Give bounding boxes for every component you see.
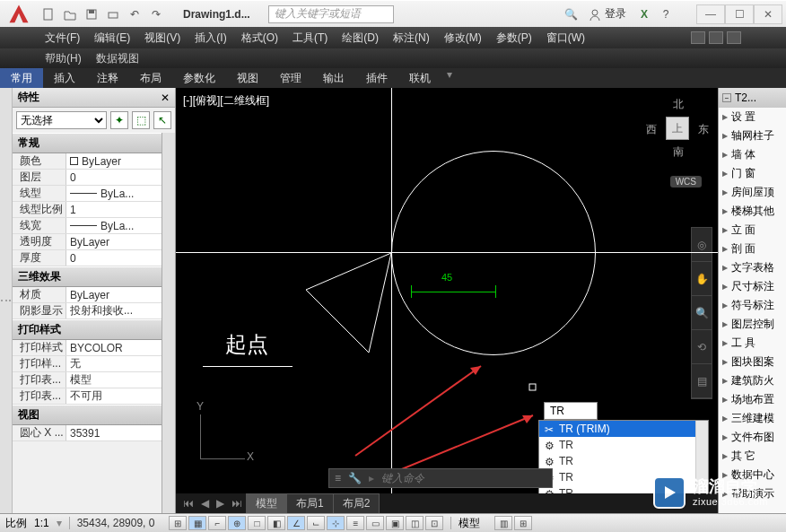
ribbon-expand-icon[interactable]: ▾: [447, 68, 452, 88]
ortho-toggle[interactable]: ⌐: [208, 516, 226, 530]
cmd-history-icon[interactable]: ≡: [335, 472, 341, 484]
tab-common[interactable]: 常用: [0, 68, 43, 88]
property-value[interactable]: ByLayer: [66, 153, 162, 169]
property-row[interactable]: 图层0: [13, 170, 162, 186]
doc-minimize-button[interactable]: [691, 31, 705, 44]
tree-item[interactable]: ▶其 它: [719, 447, 786, 466]
property-row[interactable]: 打印表...模型: [13, 372, 162, 388]
tree-item[interactable]: ▶场地布置: [719, 390, 786, 409]
menu-help[interactable]: 帮助(H): [45, 51, 82, 66]
menu-insert[interactable]: 插入(I): [195, 31, 226, 46]
tab-first-icon[interactable]: ⏮: [179, 495, 197, 511]
autocomplete-item[interactable]: ⚙TR: [539, 437, 708, 453]
property-value[interactable]: 不可用: [66, 388, 162, 404]
doc-restore-button[interactable]: [709, 31, 723, 44]
menu-format[interactable]: 格式(O): [241, 31, 278, 46]
scale-value[interactable]: 1:1: [34, 517, 49, 529]
close-button[interactable]: ✕: [754, 4, 782, 24]
property-value[interactable]: ByLa...: [66, 218, 162, 233]
tree-item[interactable]: ▶工 具: [719, 334, 786, 353]
property-value[interactable]: ByLayer: [66, 234, 162, 249]
panel-close-icon[interactable]: ✕: [161, 92, 170, 104]
tree-item[interactable]: ▶房间屋顶: [719, 183, 786, 202]
menu-view[interactable]: 视图(V): [144, 31, 180, 46]
app-logo[interactable]: [4, 2, 34, 27]
tab-online[interactable]: 联机: [398, 68, 441, 88]
property-row[interactable]: 颜色ByLayer: [13, 153, 162, 170]
property-row[interactable]: 材质ByLayer: [13, 287, 162, 303]
polar-toggle[interactable]: ⊕: [228, 516, 246, 530]
property-row[interactable]: 打印表...不可用: [13, 388, 162, 405]
menu-dim[interactable]: 标注(N): [393, 31, 430, 46]
menu-draw[interactable]: 绘图(D): [342, 31, 379, 46]
minimize-button[interactable]: —: [696, 4, 725, 24]
command-line[interactable]: ≡ 🔧 ▸: [328, 468, 553, 488]
snap-toggle[interactable]: ⊞: [169, 516, 187, 530]
select-objects-icon[interactable]: ↖: [153, 111, 171, 129]
tree-item[interactable]: ▶尺寸标注: [719, 277, 786, 296]
tree-item[interactable]: ▶剖 面: [719, 240, 786, 258]
sb-extra-1[interactable]: ▥: [494, 516, 512, 530]
search-input[interactable]: 键入关键字或短语: [268, 5, 394, 23]
login-button[interactable]: 登录: [583, 6, 632, 22]
tree-item[interactable]: ▶设 置: [719, 108, 786, 126]
tab-layout[interactable]: 布局: [129, 68, 172, 88]
save-icon[interactable]: [83, 5, 100, 23]
property-value[interactable]: ByLa...: [66, 186, 162, 201]
tab-output[interactable]: 输出: [312, 68, 355, 88]
selection-dropdown[interactable]: 无选择: [16, 111, 107, 129]
property-row[interactable]: 阴影显示投射和接收...: [13, 303, 162, 319]
command-input-inline[interactable]: TR: [544, 402, 598, 420]
autocomplete-item[interactable]: ⚙TR: [539, 453, 708, 469]
panel-handle[interactable]: ⋮: [0, 88, 13, 513]
tree-item[interactable]: ▶符号标注: [719, 296, 786, 315]
layout-tab-1[interactable]: 布局1: [286, 493, 334, 514]
autocomplete-item[interactable]: ✂TR (TRIM): [539, 421, 708, 437]
property-value[interactable]: 投射和接收...: [66, 303, 162, 318]
property-row[interactable]: 透明度ByLayer: [13, 234, 162, 250]
3dosnap-toggle[interactable]: ◧: [267, 516, 285, 530]
property-value[interactable]: 1: [66, 202, 162, 217]
dyn-toggle[interactable]: ⊹: [327, 516, 345, 530]
section-plot[interactable]: 打印样式: [13, 319, 162, 340]
section-view[interactable]: 视图: [13, 405, 162, 425]
section-3d[interactable]: 三维效果: [13, 266, 162, 287]
search-icon[interactable]: 🔍: [562, 5, 580, 23]
redo-icon[interactable]: ↷: [147, 5, 165, 23]
osnap-toggle[interactable]: □: [248, 516, 266, 530]
layout-tab-model[interactable]: 模型: [246, 493, 287, 514]
lwt-toggle[interactable]: ≡: [346, 516, 364, 530]
property-value[interactable]: 0: [66, 250, 162, 266]
property-row[interactable]: 圆心 X ...35391: [13, 425, 162, 441]
tab-next-icon[interactable]: ▶: [213, 495, 228, 511]
property-row[interactable]: 线型比例1: [13, 202, 162, 218]
tree-item[interactable]: ▶图块图案: [719, 353, 786, 371]
doc-close-button[interactable]: [727, 31, 741, 44]
property-value[interactable]: BYCOLOR: [66, 340, 162, 355]
tab-parametric[interactable]: 参数化: [172, 68, 226, 88]
exchange-icon[interactable]: X: [635, 5, 653, 23]
property-row[interactable]: 打印样式BYCOLOR: [13, 340, 162, 356]
property-value[interactable]: ByLayer: [66, 287, 162, 302]
tab-plugins[interactable]: 插件: [355, 68, 398, 88]
tpy-toggle[interactable]: ▭: [366, 516, 384, 530]
coords-readout[interactable]: 35434, 28909, 0: [77, 517, 155, 529]
maximize-button[interactable]: ☐: [725, 4, 754, 24]
menu-param[interactable]: 参数(P): [496, 31, 532, 46]
sc-toggle[interactable]: ◫: [406, 516, 424, 530]
otrack-toggle[interactable]: ∠: [287, 516, 305, 530]
cmd-config-icon[interactable]: 🔧: [348, 472, 362, 484]
tab-manage[interactable]: 管理: [269, 68, 312, 88]
tree-item[interactable]: ▶轴网柱子: [719, 126, 786, 145]
menu-window[interactable]: 窗口(W): [546, 31, 585, 46]
am-toggle[interactable]: ⊡: [425, 516, 443, 530]
new-icon[interactable]: [39, 5, 57, 23]
tree-item[interactable]: ▶文件布图: [719, 428, 786, 447]
tab-view[interactable]: 视图: [226, 68, 269, 88]
menu-modify[interactable]: 修改(M): [444, 31, 482, 46]
property-value[interactable]: 0: [66, 170, 162, 185]
print-icon[interactable]: [104, 5, 122, 23]
drawing-canvas[interactable]: [-][俯视][二维线框] 北 南 东 西 上 WCS ◎ ✋ 🔍 ⟲ ▤: [176, 88, 718, 513]
right-toolbox-header[interactable]: −T2...: [719, 88, 786, 108]
model-paper-toggle[interactable]: 模型: [458, 516, 480, 531]
